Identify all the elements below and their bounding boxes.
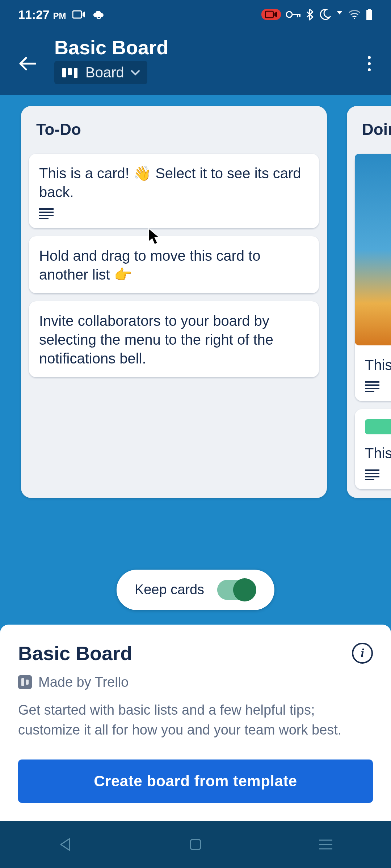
clock-time: 11:27 (18, 8, 50, 21)
card[interactable]: This (355, 409, 391, 489)
record-pill-icon (261, 9, 281, 20)
nav-recents-button[interactable] (313, 832, 339, 857)
svg-rect-8 (366, 10, 372, 20)
svg-point-12 (368, 56, 371, 59)
sheet-title: Basic Board (18, 642, 132, 664)
card-label-green (365, 419, 391, 434)
card[interactable]: This is a card! 👋 Select it to see its c… (29, 154, 319, 228)
status-left: 11:27 PM (18, 8, 105, 22)
card[interactable]: Invite collaborators to your board by se… (29, 301, 319, 377)
list-doing[interactable]: Doing This This (347, 106, 391, 498)
card-text: Hold and drag to move this card to anoth… (39, 246, 309, 284)
card-text: This is a card! 👋 Select it to see its c… (39, 164, 309, 201)
battery-icon (366, 9, 373, 20)
header-titles: Basic Board Board (54, 36, 344, 84)
app-header: Basic Board Board (0, 29, 391, 95)
system-nav-bar (0, 821, 391, 868)
made-by-text: Made by Trello (38, 675, 129, 690)
keep-cards-toggle[interactable] (217, 580, 256, 600)
camera-icon (72, 10, 85, 19)
card-text: This (365, 444, 391, 463)
mouse-cursor-icon (147, 227, 163, 247)
board-view-icon (62, 67, 79, 79)
description-icon (365, 469, 379, 480)
trello-logo-icon (18, 675, 32, 689)
svg-point-6 (354, 18, 355, 19)
card[interactable]: Hold and drag to move this card to anoth… (29, 236, 319, 293)
nav-back-button[interactable] (52, 832, 78, 857)
sheet-header: Basic Board i (18, 642, 373, 664)
list-todo[interactable]: To-Do This is a card! 👋 Select it to see… (21, 106, 327, 498)
keep-cards-pill: Keep cards (117, 570, 274, 610)
vpn-key-icon (286, 10, 300, 18)
board-title[interactable]: Basic Board (54, 36, 344, 59)
card-cover-image (355, 154, 391, 345)
status-bar: 11:27 PM (0, 0, 391, 29)
svg-rect-9 (62, 68, 66, 77)
toggle-knob (233, 578, 256, 601)
made-by-row[interactable]: Made by Trello (18, 675, 373, 690)
svg-rect-10 (68, 68, 72, 75)
wifi-icon (348, 10, 361, 19)
card-text: This (365, 356, 391, 374)
keep-cards-label: Keep cards (135, 582, 204, 597)
cloud-icon (92, 9, 105, 20)
template-bottom-sheet: Basic Board i Made by Trello Get started… (0, 625, 391, 821)
nav-home-button[interactable] (183, 832, 208, 857)
info-icon[interactable]: i (352, 643, 373, 664)
card-text: Invite collaborators to your board by se… (39, 311, 309, 368)
svg-point-2 (286, 12, 292, 17)
view-switcher[interactable]: Board (54, 61, 147, 84)
svg-rect-7 (368, 9, 371, 10)
card[interactable]: This (355, 154, 391, 401)
lists-container: To-Do This is a card! 👋 Select it to see… (21, 106, 391, 498)
list-title[interactable]: Doing (355, 117, 391, 146)
status-right (261, 8, 373, 21)
signal-icon (336, 10, 343, 19)
description-icon (365, 381, 379, 392)
moon-icon (319, 8, 331, 21)
svg-rect-3 (292, 14, 300, 15)
description-icon (39, 208, 54, 219)
sheet-description: Get started with basic lists and a few h… (18, 700, 373, 740)
svg-point-13 (368, 62, 371, 65)
svg-rect-0 (73, 11, 81, 18)
svg-point-14 (368, 68, 371, 71)
back-button[interactable] (14, 51, 40, 76)
svg-rect-11 (74, 68, 77, 78)
svg-rect-4 (297, 14, 298, 17)
overflow-menu-button[interactable] (358, 53, 380, 75)
bluetooth-icon (306, 8, 314, 21)
board-canvas[interactable]: To-Do This is a card! 👋 Select it to see… (0, 95, 391, 625)
chevron-down-icon (131, 69, 140, 76)
svg-rect-1 (265, 11, 273, 18)
status-time: 11:27 PM (18, 8, 66, 22)
svg-rect-5 (299, 14, 300, 17)
view-label: Board (85, 64, 124, 81)
svg-rect-27 (190, 839, 201, 850)
clock-ampm: PM (53, 11, 66, 21)
create-board-button[interactable]: Create board from template (18, 760, 373, 803)
list-title[interactable]: To-Do (29, 117, 319, 146)
